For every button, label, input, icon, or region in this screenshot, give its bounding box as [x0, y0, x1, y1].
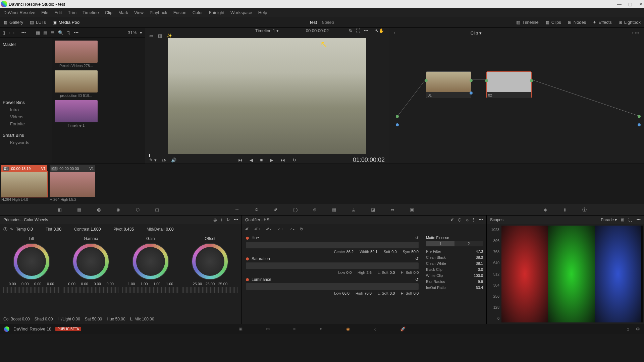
scope-mode[interactable]: Parade ▾ [601, 218, 617, 222]
minimize-button[interactable]: — [617, 2, 622, 7]
timeline-name[interactable]: Timeline 1 ▾ [255, 28, 279, 33]
key-icon[interactable]: ◪ [370, 207, 376, 213]
matte-row[interactable]: Black Clip0.0 [426, 266, 483, 273]
stop-icon[interactable]: ■ [260, 158, 263, 163]
luts-button[interactable]: ▤LUTs [30, 20, 46, 25]
matte-row[interactable]: Clean White38.1 [426, 260, 483, 266]
menu-item[interactable]: Workspace [230, 10, 252, 15]
prev-frame-icon[interactable]: ◀ [250, 158, 253, 163]
play-icon[interactable]: ▶ [270, 158, 273, 163]
wheel-mode-icon[interactable]: ◎ [213, 218, 217, 222]
list-view-icon[interactable]: ☰ [51, 30, 55, 35]
timeline-clip[interactable]: 0200:00:00:00V1 H.264 High L5.2 [50, 165, 95, 202]
gamma-wheel[interactable]: Gamma 0.000.000.000.00 [63, 236, 119, 312]
mediapool-button[interactable]: ▣Media Pool [53, 20, 80, 25]
menu-item[interactable]: Help [258, 10, 267, 15]
split-screen-icon[interactable]: ▥ [158, 33, 162, 38]
project-settings-icon[interactable]: ⚙ [636, 326, 640, 331]
gallery-button[interactable]: ▦Gallery [3, 20, 23, 25]
effects-button[interactable]: ✦Effects [593, 20, 612, 25]
picker-icon[interactable]: ✎ ▾ [149, 158, 157, 163]
color-page-icon[interactable]: ◉ [346, 326, 350, 331]
hdr-icon[interactable]: ◉ [115, 207, 121, 213]
highlight-icon[interactable]: ✨ [167, 33, 172, 38]
edit-page-icon[interactable]: ≡ [293, 326, 296, 331]
clips-button[interactable]: ▦Clips [545, 20, 561, 25]
bin-item[interactable]: Keywords [2, 139, 50, 146]
hand-icon[interactable]: ✋ [379, 28, 384, 33]
menu-item[interactable]: Clip [105, 10, 112, 15]
feather-add-icon[interactable]: ⟋+ [276, 227, 283, 232]
unmix-icon[interactable]: ◔ [162, 158, 166, 163]
pointer-icon[interactable]: ↖ [375, 28, 379, 33]
layout-icon[interactable]: ▯ [3, 30, 5, 35]
picker-add-icon[interactable]: ✐+ [254, 227, 261, 232]
cut-page-icon[interactable]: ✄ [266, 326, 270, 331]
parade-scope[interactable] [501, 226, 643, 322]
loop-icon[interactable]: ↻ [349, 28, 353, 33]
expand-icon[interactable]: ⛶ [356, 28, 360, 33]
matte-row[interactable]: Blur Radius9.9 [426, 279, 483, 285]
viewer-scrubber[interactable] [145, 154, 389, 157]
menu-item[interactable]: Playback [150, 10, 167, 15]
matte-row[interactable]: White Clip100.0 [426, 273, 483, 279]
media-page-icon[interactable]: ▣ [238, 326, 243, 331]
nav-back-icon[interactable]: ‹ [8, 30, 10, 35]
output-dot[interactable] [638, 115, 641, 118]
expand-icon[interactable]: ⛶ [628, 218, 632, 222]
node[interactable]: 01 [426, 71, 471, 98]
menu-item[interactable]: Timeline [83, 10, 99, 15]
info-icon[interactable]: ⓘ [581, 207, 587, 213]
invert-icon[interactable]: ↻ [300, 227, 304, 232]
media-clip[interactable]: production ID 519... [55, 70, 98, 98]
rgb-mixer-icon[interactable]: ⬡ [135, 207, 141, 213]
zoom-level[interactable]: 31% [128, 30, 137, 35]
lum-bar[interactable] [246, 283, 419, 290]
media-clip[interactable]: Timeline 1 [55, 100, 98, 127]
matte-row[interactable]: In/Out Ratio-63.4 [426, 285, 483, 291]
matte-row[interactable]: Clean Black38.0 [426, 254, 483, 260]
matte-row[interactable]: Pre-Filter47.3 [426, 248, 483, 254]
menu-item[interactable]: Edit [54, 10, 62, 15]
menu-item[interactable]: DaVinci Resolve [3, 10, 35, 15]
window-icon[interactable]: ◯ [292, 207, 298, 213]
magic-mask-icon[interactable]: ▦ [331, 207, 337, 213]
color-wheels-icon[interactable]: ◎ [96, 207, 102, 213]
3d-icon[interactable]: ▣ [409, 207, 415, 213]
menu-item[interactable]: Mark [118, 10, 128, 15]
keyframe-icon[interactable]: ◆ [542, 207, 548, 213]
rgb-icon[interactable]: ⬡ [458, 218, 461, 222]
node-graph[interactable]: 01 02 [389, 38, 644, 164]
picker-icon[interactable]: ✐ [245, 227, 249, 232]
3d-icon[interactable]: ⟆ [473, 218, 475, 222]
close-button[interactable]: ✕ [639, 2, 643, 7]
matte-tab-1[interactable]: 1 [426, 241, 454, 246]
menu-item[interactable]: View [134, 10, 144, 15]
timeline-clip[interactable]: 0100:00:13:19V1 H.264 High L4.0 [1, 165, 47, 202]
sort-icon[interactable]: ⇅ [67, 30, 70, 35]
auto-balance-icon[interactable]: Ⓐ [3, 227, 7, 232]
sat-bar[interactable] [246, 262, 419, 269]
bars-mode-icon[interactable]: ⦀ [221, 218, 222, 222]
nodes-button[interactable]: ⊞Nodes [568, 20, 586, 25]
offset-wheel[interactable]: Offset 25.0025.0025.00 [182, 236, 238, 312]
fusion-page-icon[interactable]: ✦ [319, 326, 323, 331]
timeline-button[interactable]: ▥Timeline [516, 20, 539, 25]
sizing-icon[interactable]: ⬌ [389, 207, 395, 213]
menu-item[interactable]: Color [193, 10, 203, 15]
image-wipe-icon[interactable]: ▭ [149, 33, 153, 38]
search-icon[interactable]: 🔍 [58, 30, 63, 35]
input-dot[interactable] [396, 115, 399, 118]
reset-icon[interactable]: ↺ [415, 236, 419, 240]
color-match-icon[interactable]: ▦ [76, 207, 82, 213]
tracker-icon[interactable]: ⊕ [312, 207, 318, 213]
color-warper-icon[interactable]: ✲ [253, 207, 259, 213]
fairlight-page-icon[interactable]: ♫ [373, 326, 377, 331]
smart-bins-header[interactable]: Smart Bins [2, 131, 50, 139]
luma-icon[interactable]: ☼ [465, 218, 469, 222]
motion-effects-icon[interactable]: ▢ [154, 207, 160, 213]
output-dot[interactable] [638, 123, 641, 126]
maximize-button[interactable]: ▢ [628, 2, 632, 7]
reset-icon[interactable]: ↺ [415, 256, 419, 261]
viewer-frame[interactable] [168, 38, 366, 154]
